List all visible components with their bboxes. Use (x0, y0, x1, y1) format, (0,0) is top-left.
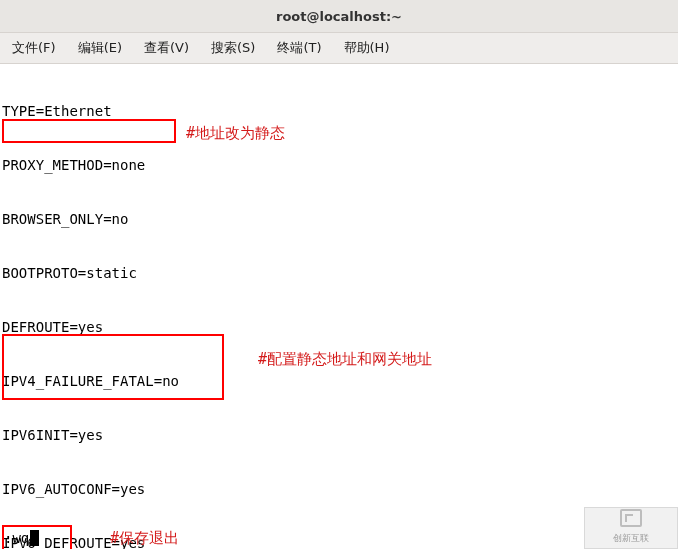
config-line: DEFROUTE=yes (2, 318, 676, 336)
highlight-box-ipconfig (2, 334, 224, 400)
annotation-ipgateway: #配置静态地址和网关地址 (258, 350, 432, 368)
menu-search[interactable]: 搜索(S) (205, 37, 261, 59)
config-line: TYPE=Ethernet (2, 102, 676, 120)
highlight-box-bootproto (2, 119, 176, 143)
config-line: IPV6_AUTOCONF=yes (2, 480, 676, 498)
vim-command-text: :wq (4, 529, 29, 547)
menu-view[interactable]: 查看(V) (138, 37, 195, 59)
menu-bar: 文件(F) 编辑(E) 查看(V) 搜索(S) 终端(T) 帮助(H) (0, 33, 678, 64)
config-line: IPV4_FAILURE_FATAL=no (2, 372, 676, 390)
editor-area[interactable]: TYPE=Ethernet PROXY_METHOD=none BROWSER_… (0, 64, 678, 549)
window-titlebar: root@localhost:~ (0, 0, 678, 33)
menu-edit[interactable]: 编辑(E) (72, 37, 128, 59)
config-line: PROXY_METHOD=none (2, 156, 676, 174)
config-line: IPV6INIT=yes (2, 426, 676, 444)
config-line: BOOTPROTO=static (2, 264, 676, 282)
menu-help[interactable]: 帮助(H) (338, 37, 396, 59)
config-line: IPV6_DEFROUTE=yes (2, 534, 676, 549)
annotation-static: #地址改为静态 (186, 124, 285, 142)
cursor-icon (30, 530, 39, 546)
config-line: BROWSER_ONLY=no (2, 210, 676, 228)
menu-file[interactable]: 文件(F) (6, 37, 62, 59)
menu-terminal[interactable]: 终端(T) (271, 37, 327, 59)
watermark-icon (620, 509, 642, 527)
window-title: root@localhost:~ (276, 9, 402, 24)
vim-command-line[interactable]: :wq (4, 529, 39, 547)
